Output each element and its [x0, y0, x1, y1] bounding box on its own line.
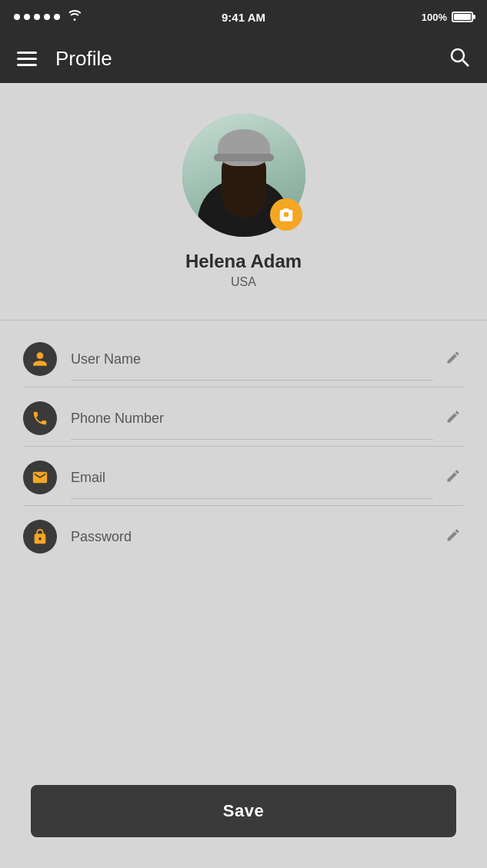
pencil-icon-3: [445, 468, 461, 484]
email-icon-container: [23, 461, 57, 494]
battery-icon: [452, 12, 473, 22]
battery-percent: 100%: [422, 12, 447, 23]
nav-bar: Profile: [0, 34, 487, 83]
signal-dot-1: [14, 14, 20, 20]
email-edit-button[interactable]: [442, 465, 464, 491]
password-edit-button[interactable]: [442, 524, 464, 550]
user-icon: [32, 351, 48, 367]
password-row: Password: [23, 506, 464, 564]
wifi-icon: [67, 10, 82, 24]
battery-fill: [454, 14, 471, 20]
status-signal: [14, 10, 82, 24]
lock-icon: [32, 528, 48, 545]
phone-row: Phone Number: [23, 387, 464, 446]
hamburger-line-1: [17, 52, 37, 54]
hamburger-line-2: [17, 58, 37, 60]
save-button[interactable]: Save: [31, 785, 456, 837]
svg-point-0: [452, 49, 464, 62]
phone-icon: [32, 410, 48, 427]
password-icon-container: [23, 520, 57, 554]
search-button[interactable]: [449, 46, 470, 71]
signal-dot-2: [24, 14, 30, 20]
main-content: Helena Adam USA User Name: [0, 83, 487, 564]
username-row: User Name: [23, 328, 464, 387]
signal-dot-4: [44, 14, 50, 20]
top-divider: [0, 320, 487, 321]
user-country: USA: [231, 275, 256, 289]
user-name: Helena Adam: [185, 251, 302, 272]
hamburger-line-3: [17, 64, 37, 66]
email-icon: [32, 469, 48, 486]
status-time: 9:41 AM: [222, 11, 265, 24]
email-label: Email: [71, 470, 442, 486]
pencil-icon-4: [445, 527, 461, 543]
person-hat-brim: [214, 154, 274, 161]
signal-dot-3: [34, 14, 40, 20]
email-row: Email: [23, 447, 464, 505]
form-section: User Name Phone Number: [0, 328, 487, 564]
phone-edit-button[interactable]: [442, 406, 464, 431]
svg-line-1: [463, 61, 469, 67]
phone-underline: [71, 439, 433, 440]
camera-badge-button[interactable]: [270, 198, 302, 231]
email-underline: [71, 498, 433, 499]
phone-label: Phone Number: [71, 411, 442, 427]
pencil-icon: [445, 350, 461, 365]
signal-dot-5: [54, 14, 60, 20]
username-icon-container: [23, 342, 57, 376]
camera-icon: [278, 206, 295, 223]
username-edit-button[interactable]: [442, 347, 464, 372]
username-label: User Name: [71, 351, 442, 367]
avatar-container: [182, 114, 305, 237]
save-section: Save: [31, 785, 456, 837]
avatar-section: Helena Adam USA: [0, 83, 487, 312]
page-title: Profile: [55, 47, 112, 71]
pencil-icon-2: [445, 409, 461, 424]
password-label: Password: [71, 529, 442, 545]
username-underline: [71, 380, 433, 381]
status-battery: 100%: [422, 12, 473, 23]
status-bar: 9:41 AM 100%: [0, 0, 487, 34]
menu-button[interactable]: [17, 52, 37, 66]
phone-icon-container: [23, 401, 57, 435]
